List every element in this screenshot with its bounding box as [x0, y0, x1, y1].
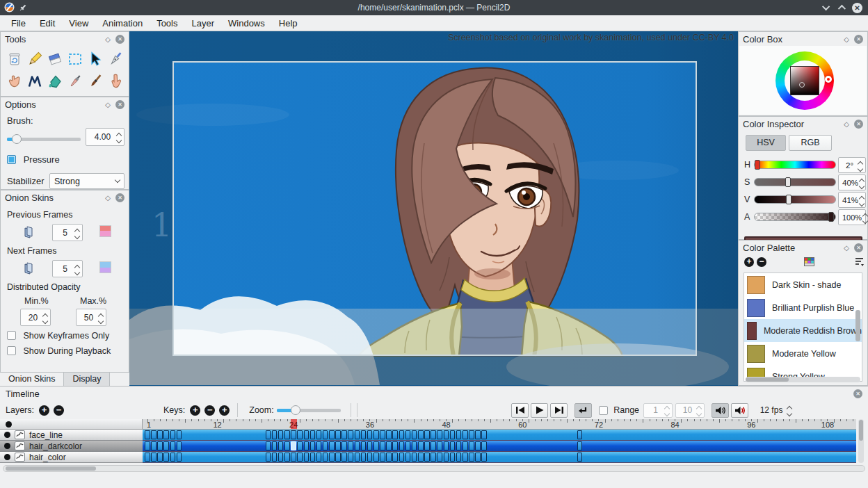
keyframe[interactable]: [481, 441, 487, 450]
keyframe[interactable]: [367, 441, 373, 450]
keyframe[interactable]: [380, 441, 385, 450]
tab-onion-skins[interactable]: Onion Skins: [0, 373, 64, 386]
range-start-spinbox[interactable]: 1: [643, 403, 673, 418]
layer-visible-dot[interactable]: [4, 454, 10, 460]
previous-onion-color-swatch[interactable]: [99, 225, 111, 237]
close-panel-icon[interactable]: ✕: [115, 193, 124, 202]
keyframe[interactable]: [481, 430, 487, 439]
keyframe[interactable]: [450, 430, 456, 439]
menu-item-tools[interactable]: Tools: [150, 17, 184, 30]
layer-name-cell-hair_color[interactable]: hair_color: [0, 452, 143, 463]
menu-item-animation[interactable]: Animation: [95, 17, 150, 30]
keyframe[interactable]: [304, 453, 310, 462]
keyframe[interactable]: [304, 430, 310, 439]
show-keyframes-only-checkbox[interactable]: [7, 331, 16, 340]
palette-color-row[interactable]: Moderate Reddish Brown: [744, 319, 862, 342]
next-onion-color-swatch[interactable]: [99, 261, 111, 273]
pencil-tool-button[interactable]: [25, 49, 44, 70]
keyframe[interactable]: [329, 430, 335, 439]
keyframe[interactable]: [361, 453, 367, 462]
keyframe[interactable]: [335, 441, 341, 450]
keyframe[interactable]: [412, 453, 417, 462]
keyframe[interactable]: [284, 453, 290, 462]
layer-name-cell-hair_darkcolor[interactable]: hair_darkcolor: [0, 441, 143, 452]
keyframe[interactable]: [272, 441, 278, 450]
keyframe[interactable]: [380, 453, 385, 462]
keyframe[interactable]: [145, 453, 150, 462]
timeline-ruler[interactable]: 11224364860728496108: [143, 419, 856, 430]
menu-item-layer[interactable]: Layer: [184, 17, 221, 30]
keyframe[interactable]: [177, 453, 182, 462]
keyframe[interactable]: [266, 453, 271, 462]
keyframe[interactable]: [361, 430, 367, 439]
keyframe[interactable]: [418, 453, 424, 462]
bucket-tool-button[interactable]: [45, 71, 64, 92]
keyframe[interactable]: [157, 453, 163, 462]
brush-tool-button[interactable]: [86, 71, 104, 92]
keyframe[interactable]: [284, 430, 290, 439]
layer-visible-dot[interactable]: [4, 443, 10, 449]
tab-display[interactable]: Display: [64, 373, 110, 386]
close-panel-icon[interactable]: ✕: [115, 100, 124, 109]
add-keyframe-button[interactable]: +: [190, 405, 200, 416]
keyframe[interactable]: [297, 430, 303, 439]
keyframe[interactable]: [463, 430, 468, 439]
keyframe[interactable]: [431, 430, 436, 439]
keyframe[interactable]: [170, 430, 176, 439]
keyframe[interactable]: [399, 430, 405, 439]
keyframe[interactable]: [424, 430, 430, 439]
timeline-zoom-slider[interactable]: [277, 405, 341, 416]
keyframe[interactable]: [469, 441, 474, 450]
layer-track-hair_color[interactable]: [143, 452, 856, 463]
keyframe[interactable]: [577, 441, 583, 450]
timeline-horizontal-scrollbar[interactable]: [3, 465, 865, 472]
keyframe[interactable]: [405, 453, 411, 462]
duplicate-keyframe-button[interactable]: +: [219, 405, 230, 416]
keyframe[interactable]: [437, 430, 442, 439]
float-panel-icon[interactable]: ◇: [844, 35, 849, 43]
keyframe[interactable]: [170, 441, 176, 450]
layer-track-face_line[interactable]: [143, 430, 856, 441]
polyline-tool-button[interactable]: [25, 71, 44, 92]
min-opacity-spinbox[interactable]: 20: [20, 309, 51, 326]
keyframe[interactable]: [323, 441, 328, 450]
previous-frames-spinbox[interactable]: 5: [52, 224, 83, 241]
next-frames-spinbox[interactable]: 5: [52, 260, 83, 277]
smudge-tool-button[interactable]: [106, 71, 124, 92]
timeline-vertical-scrollbar[interactable]: [858, 419, 864, 463]
keyframe[interactable]: [355, 453, 360, 462]
hue-value-spinbox[interactable]: 2°: [838, 157, 866, 173]
keyframe[interactable]: [418, 430, 424, 439]
keyframe[interactable]: [335, 430, 341, 439]
keyframe[interactable]: [151, 453, 156, 462]
menu-item-edit[interactable]: Edit: [33, 17, 62, 30]
hsv-mode-button[interactable]: HSV: [746, 135, 786, 151]
keyframe[interactable]: [310, 453, 316, 462]
keyframe[interactable]: [348, 430, 353, 439]
float-panel-icon[interactable]: ◇: [105, 194, 111, 202]
keyframe[interactable]: [469, 430, 474, 439]
layer-name-cell-face_line[interactable]: face_line: [0, 430, 143, 441]
keyframe[interactable]: [386, 430, 392, 439]
alpha-value-spinbox[interactable]: 100%: [838, 209, 866, 225]
keyframe[interactable]: [361, 441, 367, 450]
keyframe[interactable]: [469, 453, 474, 462]
keyframe[interactable]: [475, 441, 481, 450]
sound-scrub-button[interactable]: [731, 403, 748, 418]
keyframe[interactable]: [444, 453, 449, 462]
keyframe[interactable]: [405, 430, 411, 439]
palette-vertical-scrollbar[interactable]: [855, 310, 860, 341]
keyframe[interactable]: [266, 430, 271, 439]
keyframe[interactable]: [278, 430, 284, 439]
menu-item-file[interactable]: File: [4, 17, 33, 30]
pen-tool-button[interactable]: [106, 49, 124, 70]
keyframe[interactable]: [373, 430, 379, 439]
keyframe[interactable]: [341, 453, 347, 462]
keyframe[interactable]: [463, 453, 468, 462]
step-backward-button[interactable]: [511, 403, 529, 418]
hand-tool-button[interactable]: [5, 71, 24, 92]
move-tool-button[interactable]: [86, 49, 104, 70]
keyframe[interactable]: [145, 441, 150, 450]
play-button[interactable]: [531, 403, 548, 418]
keyframe[interactable]: [577, 430, 583, 439]
